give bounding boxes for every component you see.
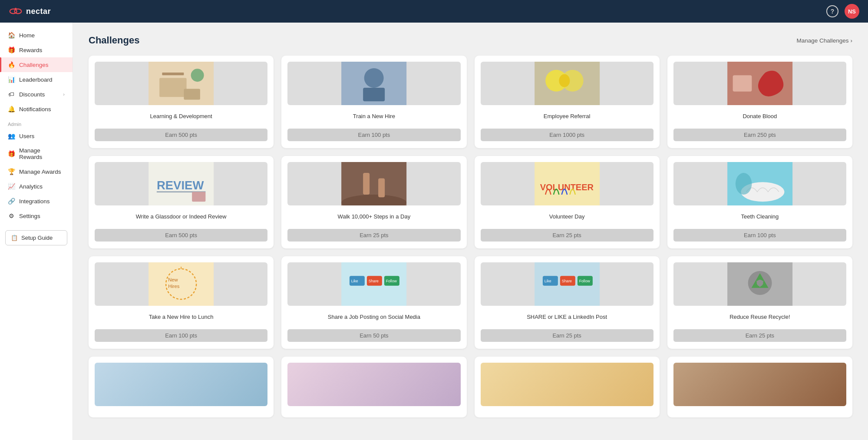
earn-button-learning[interactable]: Earn 500 pts xyxy=(95,129,267,141)
earn-button-social[interactable]: Earn 50 pts xyxy=(287,329,460,342)
bell-icon: 🔔 xyxy=(8,106,15,112)
setup-guide-icon: 📋 xyxy=(11,235,18,241)
challenge-img-recycle xyxy=(673,262,846,306)
earn-button-train[interactable]: Earn 100 pts xyxy=(287,129,460,141)
sidebar-item-challenges[interactable]: 🔥 Challenges xyxy=(0,57,73,72)
sidebar-item-settings[interactable]: ⚙ Settings xyxy=(0,208,73,223)
img-placeholder xyxy=(673,363,846,406)
earn-button-volunteer[interactable]: Earn 25 pts xyxy=(481,229,653,242)
sidebar-item-discounts[interactable]: 🏷 Discounts › xyxy=(0,87,73,102)
sidebar-users-label: Users xyxy=(19,133,34,139)
sidebar-item-home[interactable]: 🏠 Home xyxy=(0,28,73,43)
manage-rewards-icon: 🎁 xyxy=(8,150,15,157)
challenges-icon: 🔥 xyxy=(8,61,15,68)
earn-button-lunch[interactable]: Earn 100 pts xyxy=(95,329,267,342)
earn-button-review[interactable]: Earn 500 pts xyxy=(95,229,267,242)
challenge-card-linkedin[interactable]: Like Share Follow SHARE or LIKE a Linked… xyxy=(475,256,660,349)
svg-point-29 xyxy=(736,173,752,195)
sidebar-nav: 🏠 Home 🎁 Rewards 🔥 Challenges 📊 Leaderbo… xyxy=(0,28,73,102)
challenge-card-teeth[interactable]: Teeth Cleaning Earn 100 pts xyxy=(667,156,852,248)
challenge-card-bottom1[interactable] xyxy=(89,357,274,417)
earn-button-referral[interactable]: Earn 1000 pts xyxy=(481,129,653,141)
svg-point-6 xyxy=(191,69,204,82)
manage-challenges-link[interactable]: Manage Challenges › xyxy=(796,37,852,44)
user-avatar[interactable]: NS xyxy=(845,4,859,19)
earn-button-blood[interactable]: Earn 250 pts xyxy=(673,129,846,141)
challenge-card-steps[interactable]: Walk 10,000+ Steps in a Day Earn 25 pts xyxy=(281,156,466,248)
rewards-icon: 🎁 xyxy=(8,46,15,53)
sidebar-admin: 👥 Users 🎁 Manage Rewards 🏆 Manage Awards… xyxy=(0,129,73,223)
discounts-icon: 🏷 xyxy=(8,91,15,98)
challenge-card-blood[interactable]: Donate Blood Earn 250 pts xyxy=(667,56,852,148)
earn-button-recycle[interactable]: Earn 25 pts xyxy=(673,329,846,342)
sidebar-item-leaderboard[interactable]: 📊 Leaderboard xyxy=(0,72,73,87)
challenge-card-review[interactable]: REVIEW Write a Glassdoor or Indeed Revie… xyxy=(89,156,274,248)
challenge-img-linkedin: Like Share Follow xyxy=(481,262,653,306)
svg-rect-20 xyxy=(192,192,205,202)
manage-challenges-arrow: › xyxy=(851,37,853,44)
earn-button-linkedin[interactable]: Earn 25 pts xyxy=(481,329,653,342)
challenge-name-train: Train a New Hire xyxy=(353,109,395,123)
sidebar-item-rewards[interactable]: 🎁 Rewards xyxy=(0,43,73,57)
sidebar-manage-awards-label: Manage Awards xyxy=(19,169,61,175)
sidebar-item-manage-rewards[interactable]: 🎁 Manage Rewards xyxy=(0,143,73,164)
challenge-card-referral[interactable]: Employee Referral Earn 1000 pts xyxy=(475,56,660,148)
challenge-card-social[interactable]: Like Share Follow Share a Job Posting on… xyxy=(281,256,466,349)
svg-text:VOLUNTEER: VOLUNTEER xyxy=(540,182,594,192)
sidebar-integrations-label: Integrations xyxy=(19,198,50,205)
challenge-card-lunch[interactable]: New Hires Take a New Hire to Lunch Earn … xyxy=(89,256,274,349)
page-layout: 🏠 Home 🎁 Rewards 🔥 Challenges 📊 Leaderbo… xyxy=(0,23,868,440)
sidebar-item-integrations[interactable]: 🔗 Integrations xyxy=(0,194,73,208)
challenge-card-bottom4[interactable] xyxy=(667,357,852,417)
challenge-card-bottom3[interactable] xyxy=(475,357,660,417)
challenge-name-teeth: Teeth Cleaning xyxy=(741,210,779,224)
challenge-img-bottom4 xyxy=(673,363,846,406)
svg-rect-16 xyxy=(733,75,752,92)
sidebar-item-manage-awards[interactable]: 🏆 Manage Awards xyxy=(0,164,73,179)
main-content: Challenges Manage Challenges › Learning … xyxy=(73,23,868,440)
help-button[interactable]: ? xyxy=(826,5,838,17)
manage-challenges-label: Manage Challenges xyxy=(796,37,848,44)
settings-icon: ⚙ xyxy=(8,212,15,219)
sidebar: 🏠 Home 🎁 Rewards 🔥 Challenges 📊 Leaderbo… xyxy=(0,23,73,440)
svg-point-14 xyxy=(559,74,570,87)
challenge-img-review: REVIEW xyxy=(95,162,267,205)
img-placeholder xyxy=(481,363,653,406)
svg-text:Hires: Hires xyxy=(168,284,180,289)
setup-guide-button[interactable]: 📋 Setup Guide xyxy=(5,230,67,245)
sidebar-settings-label: Settings xyxy=(19,213,40,219)
sidebar-item-notifications[interactable]: 🔔 Notifications xyxy=(0,102,73,116)
svg-text:New: New xyxy=(168,277,178,282)
challenge-card-train[interactable]: Train a New Hire Earn 100 pts xyxy=(281,56,466,148)
svg-text:Follow: Follow xyxy=(386,279,397,283)
earn-button-steps[interactable]: Earn 25 pts xyxy=(287,229,460,242)
img-placeholder xyxy=(287,363,460,406)
sidebar-discounts-label: Discounts xyxy=(19,91,45,98)
svg-rect-10 xyxy=(363,88,385,101)
challenge-name-linkedin: SHARE or LIKE a LinkedIn Post xyxy=(527,310,607,324)
svg-text:Like: Like xyxy=(351,279,358,283)
svg-rect-24 xyxy=(378,179,385,198)
integrations-icon: 🔗 xyxy=(8,198,15,205)
challenge-card-bottom2[interactable] xyxy=(281,357,466,417)
topnav-right: ? NS xyxy=(826,4,859,19)
svg-text:Follow: Follow xyxy=(579,279,590,283)
challenge-img-steps xyxy=(287,162,460,205)
page-title: Challenges xyxy=(89,35,139,46)
challenge-name-blood: Donate Blood xyxy=(743,109,777,123)
sidebar-challenges-label: Challenges xyxy=(19,62,49,68)
challenge-card-learning[interactable]: Learning & Development Earn 500 pts xyxy=(89,56,274,148)
challenge-card-recycle[interactable]: Reduce Reuse Recycle! Earn 25 pts xyxy=(667,256,852,349)
svg-rect-7 xyxy=(184,89,200,100)
earn-button-teeth[interactable]: Earn 100 pts xyxy=(673,229,846,242)
nectar-logo-icon xyxy=(9,4,23,18)
challenge-img-referral xyxy=(481,62,653,105)
challenge-img-bottom1 xyxy=(95,363,267,406)
challenge-card-volunteer[interactable]: VOLUNTEER Volunteer Day Earn 25 pts xyxy=(475,156,660,248)
sidebar-item-analytics[interactable]: 📈 Analytics xyxy=(0,179,73,194)
admin-section-label: Admin xyxy=(0,116,73,129)
app-logo[interactable]: nectar xyxy=(9,4,51,18)
challenge-name-learning: Learning & Development xyxy=(150,109,212,123)
sidebar-item-users[interactable]: 👥 Users xyxy=(0,129,73,143)
challenge-img-bottom3 xyxy=(481,363,653,406)
